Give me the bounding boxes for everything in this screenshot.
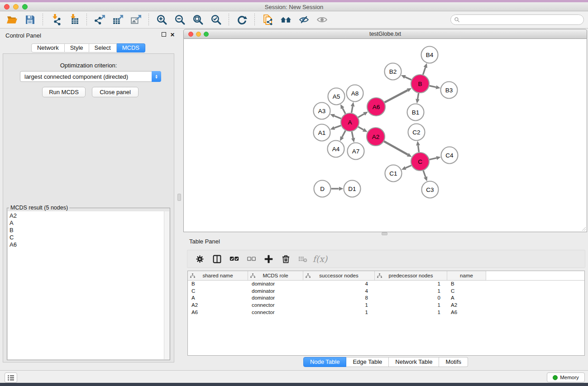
add-row-button[interactable] xyxy=(260,252,277,266)
new-network-from-selection-button[interactable] xyxy=(258,13,277,27)
edge-C-C3[interactable] xyxy=(423,171,425,177)
cell-predecessor-nodes[interactable]: 1 xyxy=(375,288,447,295)
resize-grip-icon[interactable] xyxy=(581,226,586,231)
cell-successor-nodes[interactable]: 4 xyxy=(303,281,375,288)
cell-name[interactable]: C xyxy=(447,288,486,295)
cell-name[interactable]: A2 xyxy=(447,302,486,309)
hide-selected-button[interactable] xyxy=(295,13,313,27)
export-image-button[interactable] xyxy=(127,13,145,27)
table-row[interactable]: Cdominator41C xyxy=(188,288,584,295)
import-table-button[interactable] xyxy=(65,13,83,27)
result-item[interactable]: B xyxy=(10,227,164,234)
table-row[interactable]: A2connector11A2 xyxy=(188,302,584,309)
node-A[interactable]: A xyxy=(341,113,359,131)
cell-shared-name[interactable]: C xyxy=(188,288,248,295)
cell-shared-name[interactable]: A6 xyxy=(188,309,248,316)
edge-A-A6[interactable] xyxy=(358,114,364,118)
edge-B-B2[interactable] xyxy=(405,77,411,80)
select-all-rows-button[interactable] xyxy=(225,252,243,266)
edge-B-B1[interactable] xyxy=(418,93,419,99)
search-input[interactable] xyxy=(460,17,583,23)
node-A6[interactable]: A6 xyxy=(367,98,385,116)
edge-A-A4[interactable] xyxy=(342,131,346,137)
show-all-button[interactable] xyxy=(313,13,331,27)
export-network-button[interactable] xyxy=(91,13,109,27)
edge-C-C2[interactable] xyxy=(418,145,419,152)
edge-A-A3[interactable] xyxy=(334,116,341,119)
memory-button[interactable]: Memory xyxy=(547,372,585,382)
tab-select[interactable]: Select xyxy=(89,43,117,52)
node-B1[interactable]: B1 xyxy=(407,104,424,121)
close-panel-icon[interactable]: ✕ xyxy=(170,32,175,38)
cell-predecessor-nodes[interactable]: 1 xyxy=(375,281,447,288)
node-B3[interactable]: B3 xyxy=(441,82,458,99)
table-tab-motifs[interactable]: Motifs xyxy=(439,357,468,367)
edge-B-B4[interactable] xyxy=(423,67,425,75)
zoom-fit-button[interactable] xyxy=(189,13,207,27)
node-A2[interactable]: A2 xyxy=(367,128,385,146)
column-header-MCDS-role[interactable]: MCDS role xyxy=(248,271,303,280)
mcds-result-list[interactable]: A2ABCA6 xyxy=(8,211,164,359)
node-B[interactable]: B xyxy=(411,75,429,93)
cell-MCDS-role[interactable]: dominator xyxy=(248,288,303,295)
node-A5[interactable]: A5 xyxy=(328,88,345,105)
tab-style[interactable]: Style xyxy=(65,43,89,52)
node-B4[interactable]: B4 xyxy=(421,47,438,63)
node-C2[interactable]: C2 xyxy=(408,124,425,141)
cell-name[interactable]: B xyxy=(447,281,486,288)
result-item[interactable]: A xyxy=(10,219,164,227)
edge-A-A5[interactable] xyxy=(343,108,346,114)
table-row[interactable]: Bdominator41B xyxy=(188,281,584,288)
node-A8[interactable]: A8 xyxy=(347,85,363,102)
cell-name[interactable]: A xyxy=(447,295,486,302)
result-item[interactable]: A6 xyxy=(10,241,164,248)
network-canvas[interactable]: A A1 A2 A3 A4 A5 A6 A7 A8 B B1 B2 B3 B4 … xyxy=(183,39,587,232)
settings-gear-button[interactable] xyxy=(191,252,208,266)
node-A7[interactable]: A7 xyxy=(348,143,364,160)
open-file-button[interactable] xyxy=(3,13,21,27)
refresh-button[interactable] xyxy=(233,13,251,27)
vertical-splitter-handle[interactable] xyxy=(177,194,181,201)
node-C4[interactable]: C4 xyxy=(441,147,458,164)
close-panel-button[interactable]: Close panel xyxy=(92,87,139,97)
cell-predecessor-nodes[interactable]: 0 xyxy=(375,295,447,302)
criterion-dropdown[interactable]: largest connected component (directed) ▲… xyxy=(20,71,161,82)
node-C1[interactable]: C1 xyxy=(385,165,402,182)
edge-A-A8[interactable] xyxy=(352,106,353,113)
node-table[interactable]: shared name MCDS role successor nodes pr… xyxy=(187,271,585,356)
result-scrollbar[interactable] xyxy=(164,211,169,359)
delete-rows-button[interactable] xyxy=(277,252,294,266)
node-A3[interactable]: A3 xyxy=(314,103,330,119)
result-item[interactable]: A2 xyxy=(10,212,164,219)
edge-A6-B[interactable] xyxy=(385,90,408,102)
cell-name[interactable]: A6 xyxy=(447,309,486,316)
cell-shared-name[interactable]: B xyxy=(188,281,248,288)
tab-mcds[interactable]: MCDS xyxy=(117,43,145,52)
edge-A-A2[interactable] xyxy=(358,127,363,130)
node-C3[interactable]: C3 xyxy=(422,181,439,198)
network-graph[interactable]: A A1 A2 A3 A4 A5 A6 A7 A8 B B1 B2 B3 B4 … xyxy=(184,39,587,231)
cell-shared-name[interactable]: A2 xyxy=(188,302,248,309)
zoom-in-button[interactable] xyxy=(153,13,171,27)
node-C[interactable]: C xyxy=(411,152,429,171)
column-header-predecessor-nodes[interactable]: predecessor nodes xyxy=(375,271,447,280)
import-network-button[interactable] xyxy=(47,13,65,27)
export-table-button[interactable] xyxy=(109,13,127,27)
zoom-selected-button[interactable] xyxy=(207,13,225,27)
edge-C-C1[interactable] xyxy=(406,166,411,168)
node-A1[interactable]: A1 xyxy=(314,124,330,141)
task-history-button[interactable] xyxy=(5,372,17,383)
edge-A2-C[interactable] xyxy=(384,141,408,155)
first-neighbors-button[interactable] xyxy=(277,13,295,27)
cell-successor-nodes[interactable]: 4 xyxy=(303,288,375,295)
cell-MCDS-role[interactable]: connector xyxy=(248,309,303,316)
edge-A-A1[interactable] xyxy=(335,125,341,128)
table-row[interactable]: Adominator80A xyxy=(188,295,584,302)
node-B2[interactable]: B2 xyxy=(385,63,402,80)
zoom-out-button[interactable] xyxy=(171,13,189,27)
cell-successor-nodes[interactable]: 1 xyxy=(303,309,375,316)
show-columns-button[interactable] xyxy=(208,252,225,266)
table-tab-network-table[interactable]: Network Table xyxy=(389,357,439,367)
cell-predecessor-nodes[interactable]: 1 xyxy=(375,302,447,309)
node-D1[interactable]: D1 xyxy=(344,181,361,197)
